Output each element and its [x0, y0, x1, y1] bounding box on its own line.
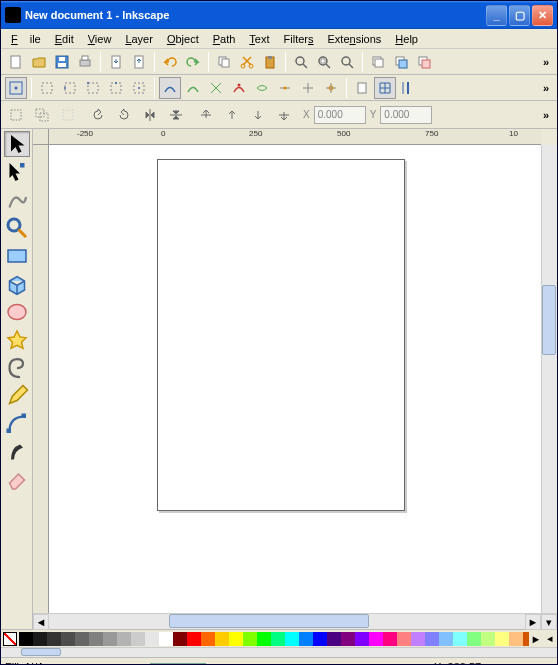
snap-smooth-button[interactable] [251, 77, 273, 99]
cut-button[interactable] [236, 51, 258, 73]
vscroll-thumb[interactable] [542, 285, 556, 355]
maximize-button[interactable]: ▢ [509, 5, 530, 26]
menu-path[interactable]: Path [207, 31, 242, 47]
rotate-ccw-button[interactable] [87, 104, 109, 126]
vertical-scrollbar[interactable] [541, 145, 557, 613]
palette-swatch[interactable] [47, 632, 61, 646]
zoom-tool[interactable] [4, 215, 30, 241]
menu-file[interactable]: File [5, 31, 47, 47]
lower-bottom-button[interactable] [273, 104, 295, 126]
rotate-cw-button[interactable] [113, 104, 135, 126]
snap-bbox-corner-button[interactable] [82, 77, 104, 99]
palette-swatch[interactable] [229, 632, 243, 646]
hscroll-right[interactable]: ► [525, 614, 541, 630]
minimize-button[interactable]: _ [486, 5, 507, 26]
palette-swatch[interactable] [75, 632, 89, 646]
palette-swatch[interactable] [397, 632, 411, 646]
menu-layer[interactable]: Layer [119, 31, 159, 47]
rect-tool[interactable] [4, 243, 30, 269]
3dbox-tool[interactable] [4, 271, 30, 297]
canvas[interactable] [49, 145, 541, 613]
ruler-horizontal[interactable]: -250 0 250 500 750 10 [49, 129, 541, 145]
palette-swatch[interactable] [509, 632, 523, 646]
snap-guide-button[interactable] [397, 77, 419, 99]
duplicate-button[interactable] [367, 51, 389, 73]
palette-swatch[interactable] [159, 632, 173, 646]
raise-button[interactable] [221, 104, 243, 126]
redo-button[interactable] [182, 51, 204, 73]
toolbar-snap-overflow[interactable]: » [539, 82, 553, 94]
raise-top-button[interactable] [195, 104, 217, 126]
menu-object[interactable]: Object [161, 31, 205, 47]
palette-swatch[interactable] [19, 632, 33, 646]
snap-bbox-center-button[interactable] [128, 77, 150, 99]
select-all-layers-button[interactable] [31, 104, 53, 126]
snap-page-button[interactable] [351, 77, 373, 99]
snap-rotation-button[interactable] [320, 77, 342, 99]
select-all-button[interactable] [5, 104, 27, 126]
zoom-page-button[interactable] [336, 51, 358, 73]
hscroll-menu[interactable]: ▾ [541, 614, 557, 630]
palette-swatch[interactable] [257, 632, 271, 646]
flip-v-button[interactable] [165, 104, 187, 126]
palette-swatch[interactable] [187, 632, 201, 646]
palette-swatch[interactable] [61, 632, 75, 646]
palette-swatch[interactable] [341, 632, 355, 646]
palette-swatch[interactable] [215, 632, 229, 646]
palette-scrollbar[interactable] [1, 647, 557, 657]
horizontal-scrollbar[interactable] [49, 614, 525, 629]
paste-button[interactable] [259, 51, 281, 73]
eraser-tool[interactable] [4, 467, 30, 493]
menu-help[interactable]: Help [389, 31, 424, 47]
palette-swatch[interactable] [453, 632, 467, 646]
snap-bbox-midpoint-button[interactable] [105, 77, 127, 99]
palette-swatch[interactable] [467, 632, 481, 646]
selector-tool[interactable] [4, 131, 30, 157]
menu-extensions[interactable]: Extensions [322, 31, 388, 47]
palette-swatch[interactable] [495, 632, 509, 646]
palette-none-swatch[interactable] [3, 632, 17, 646]
copy-button[interactable] [213, 51, 235, 73]
palette-swatch[interactable] [103, 632, 117, 646]
palette-scroll-thumb[interactable] [21, 648, 61, 656]
export-button[interactable] [128, 51, 150, 73]
tweak-tool[interactable] [4, 187, 30, 213]
clone-button[interactable] [390, 51, 412, 73]
palette-swatch[interactable] [313, 632, 327, 646]
spiral-tool[interactable] [4, 355, 30, 381]
snap-path-button[interactable] [182, 77, 204, 99]
new-button[interactable] [5, 51, 27, 73]
snap-bbox-edge-button[interactable] [59, 77, 81, 99]
palette-swatch[interactable] [117, 632, 131, 646]
snap-grid-button[interactable] [374, 77, 396, 99]
palette-swatch[interactable] [131, 632, 145, 646]
lower-button[interactable] [247, 104, 269, 126]
star-tool[interactable] [4, 327, 30, 353]
palette-swatch[interactable] [439, 632, 453, 646]
fill-value[interactable]: N/A [26, 662, 44, 666]
hscroll-left[interactable]: ◄ [33, 614, 49, 630]
palette-swatch[interactable] [173, 632, 187, 646]
palette-scroll-right[interactable]: ► [529, 632, 543, 646]
palette-swatch[interactable] [383, 632, 397, 646]
open-button[interactable] [28, 51, 50, 73]
snap-bbox-button[interactable] [36, 77, 58, 99]
save-button[interactable] [51, 51, 73, 73]
flip-h-button[interactable] [139, 104, 161, 126]
palette-swatch[interactable] [369, 632, 383, 646]
palette-swatch[interactable] [425, 632, 439, 646]
pencil-tool[interactable] [4, 383, 30, 409]
toolbar-transform-overflow[interactable]: » [539, 109, 553, 121]
zoom-fit-button[interactable] [290, 51, 312, 73]
palette-swatch[interactable] [327, 632, 341, 646]
zoom-drawing-button[interactable] [313, 51, 335, 73]
ruler-vertical[interactable] [33, 145, 49, 613]
toolbar-overflow[interactable]: » [539, 56, 553, 68]
menu-filters[interactable]: Filters [278, 31, 320, 47]
palette-swatch[interactable] [271, 632, 285, 646]
palette-swatch[interactable] [33, 632, 47, 646]
undo-button[interactable] [159, 51, 181, 73]
print-button[interactable] [74, 51, 96, 73]
deselect-button[interactable] [57, 104, 79, 126]
bezier-tool[interactable] [4, 411, 30, 437]
